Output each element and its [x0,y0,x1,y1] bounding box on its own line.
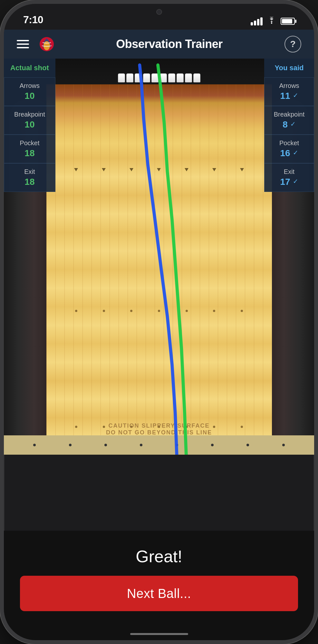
foul-dot [246,444,249,446]
result-message: Great! [136,547,182,566]
foul-dot [140,444,142,446]
actual-exit-value: 18 [11,177,49,187]
arrow-mark [240,168,244,171]
foul-dot [33,444,36,446]
pin [168,73,175,82]
foul-dot [282,444,285,446]
nav-bar: Observation Trainer ? [4,30,314,59]
pin [143,73,150,82]
pin [177,73,184,82]
actual-pocket-card: Pocket 18 [4,135,55,163]
caution-text: CAUTION SLIPPERY SURFACEDO NOT GO BEYOND… [46,422,272,436]
breakpoint-check-icon: ✓ [290,120,296,128]
pin [185,73,192,82]
arrow-mark [74,168,78,171]
nav-title: Observation Trainer [116,37,223,51]
notch [108,4,211,20]
said-breakpoint-value: 8 [283,119,288,130]
arrow-mark [185,168,188,171]
actual-pocket-value: 18 [11,148,49,158]
lane-dots-row-2 [50,310,269,312]
actual-breakpoint-value: 10 [11,119,49,130]
arrow-mark [102,168,106,171]
said-arrows-label: Arrows [271,82,307,90]
pin [135,73,142,82]
foul-dot [69,444,72,446]
lane-dot [103,310,105,312]
said-arrows-value: 11 [280,91,290,101]
actual-exit-card: Exit 18 [4,163,55,192]
phone-frame: 7:10 [0,0,318,644]
exit-check-icon: ✓ [293,177,298,185]
svg-point-2 [43,41,50,50]
said-exit-card: Exit 17 ✓ [264,163,314,192]
pin [118,73,125,82]
foul-dot [176,444,178,446]
actual-arrows-label: Arrows [11,82,49,90]
menu-button[interactable] [17,40,29,48]
said-pocket-label: Pocket [271,139,307,147]
said-exit-value: 17 [280,177,290,187]
arrows-check-icon: ✓ [293,91,298,99]
foul-dot [211,444,214,446]
said-exit-label: Exit [271,168,307,175]
actual-shot-header: Actual shot [4,59,55,77]
said-pocket-card: Pocket 16 ✓ [264,135,314,163]
app-logo [39,37,54,52]
lane-dot [130,310,132,312]
said-breakpoint-card: Breakpoint 8 ✓ [264,106,314,135]
lane-dot [158,310,160,312]
pin [193,73,200,82]
actual-arrows-card: Arrows 10 [4,77,55,106]
camera [156,9,162,15]
said-pocket-value: 16 [280,148,290,158]
foul-line [4,435,314,455]
arrow-mark [212,168,216,171]
foul-dot [104,444,107,446]
status-time: 7:10 [23,14,43,26]
actual-exit-label: Exit [11,168,49,175]
lane-dot [241,310,243,312]
battery-icon [281,18,295,25]
actual-breakpoint-card: Breakpoint 10 [4,106,55,135]
bottom-section: Great! Next Ball... [4,531,314,640]
pin [151,73,159,82]
help-button[interactable]: ? [284,36,301,52]
nav-left [17,37,54,52]
wifi-icon [267,17,276,26]
said-breakpoint-label: Breakpoint [271,111,307,118]
you-said-header: You said [264,59,314,77]
lane-dot [213,310,215,312]
said-arrows-card: Arrows 11 ✓ [264,77,314,106]
pin [126,73,133,82]
next-ball-button[interactable]: Next Ball... [20,576,298,611]
status-icons [251,17,295,26]
foul-dots [4,444,314,446]
actual-pocket-label: Pocket [11,139,49,147]
lane-dot [75,310,77,312]
signal-icon [251,17,263,25]
lane-dot [186,310,188,312]
you-said-panel: You said Arrows 11 ✓ Breakpoint 8 ✓ Pock… [264,59,314,192]
svg-point-0 [271,23,272,24]
pin [160,73,167,82]
pocket-check-icon: ✓ [293,149,298,156]
arrow-mark [157,168,161,171]
lane-surface [46,84,272,455]
help-icon: ? [290,39,295,49]
actual-shot-panel: Actual shot Arrows 10 Breakpoint 10 Pock… [4,59,55,192]
actual-breakpoint-label: Breakpoint [11,111,49,118]
arrow-mark [130,168,133,171]
actual-arrows-value: 10 [11,91,49,101]
arrow-marks [50,168,269,171]
home-indicator [130,633,188,635]
